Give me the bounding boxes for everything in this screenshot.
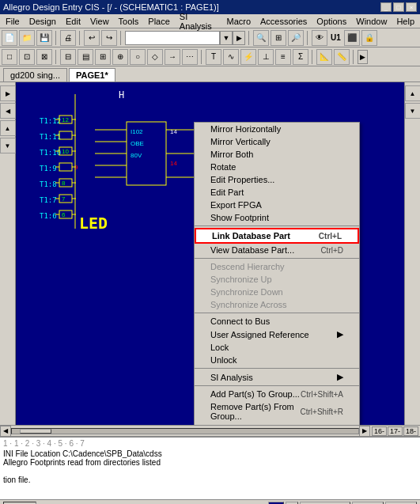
save-button[interactable]: 💾 [36,30,52,46]
menu-window[interactable]: Window [352,16,391,27]
maximize-button[interactable]: □ [393,2,404,12]
t2-btn17[interactable]: Σ [293,49,308,65]
svg-text:14: 14 [170,160,177,167]
cm-connect-bus[interactable]: Connect to Bus [195,315,359,328]
open-button[interactable]: 📁 [19,30,35,46]
menu-accessories[interactable]: Accessories [256,16,311,27]
cm-export-fpga[interactable]: Export FPGA [195,199,359,211]
cm-mirror-v[interactable]: Mirror Vertically [195,135,359,148]
t2-btn3[interactable]: ⊠ [36,49,52,65]
menu-design[interactable]: Design [25,16,60,27]
cm-edit-part[interactable]: Edit Part [195,186,359,199]
cm-lock[interactable]: Lock [195,341,359,354]
bottom-panel-header: 1 · 1 · 2 · 3 · 4 · 5 · 6 · 7 [3,439,417,448]
label-u1: U1 [329,33,342,42]
minimize-button[interactable]: _ [380,2,392,12]
menu-options[interactable]: Options [312,16,350,27]
h-scrollbar[interactable]: ◀ ▶ 16- 17- 18- [0,425,420,436]
log-line4: tion file. [3,476,417,484]
status-bar: Ready ⊞ 🔍 电子元器件采购 搜索一下 ⊞ W ⊡ ▶ [0,499,420,504]
cm-mirror-both[interactable]: Mirror Both [195,148,359,161]
t2-btn16[interactable]: ≡ [275,49,291,65]
ls-btn4[interactable]: ▼ [0,138,16,153]
cm-link-database[interactable]: Link Database Part Ctrl+L [195,228,359,244]
t2-btn2[interactable]: ⊡ [19,49,35,65]
print-button[interactable]: 🖨 [60,30,76,46]
t2-btn5[interactable]: ▤ [78,49,93,65]
t2-btn4[interactable]: ⊟ [60,49,76,65]
t2-btn7[interactable]: ⊕ [112,49,128,65]
t2-btn13[interactable]: ∿ [223,49,239,65]
cm-mirror-h[interactable]: Mirror Horizontally [195,123,359,135]
cm-assign-power[interactable]: Assign Power Pins... [195,423,359,425]
extra-btn1[interactable]: ⬛ [344,30,360,46]
rs-btn2[interactable]: ▼ [405,103,421,119]
sep5 [307,31,308,45]
taskbar-app2[interactable]: 搜索一下 [352,502,384,505]
extra-btn2[interactable]: 🔒 [361,30,377,46]
t2-btn6[interactable]: ⊞ [95,49,111,65]
scroll-track-h[interactable] [11,428,359,434]
menu-si-analysis[interactable]: SI Analysis [176,11,221,32]
zoom-out-btn[interactable]: 🔎 [288,30,304,46]
redo-button[interactable]: ↪ [101,30,117,46]
ls-btn1[interactable]: ▶ [0,85,16,101]
ls-btn2[interactable]: ◀ [0,103,16,119]
zoom-fit-btn[interactable]: ⊞ [271,30,286,46]
undo-button[interactable]: ↩ [84,30,100,46]
svg-text:T1:11: T1:11 [40,133,61,141]
scroll-thumb-h[interactable] [20,429,51,434]
zoom-in-btn[interactable]: 🔍 [253,30,269,46]
cm-show-footprint[interactable]: Show Footprint [195,211,359,224]
right-sidebar: ▲ ▼ [404,82,420,425]
t2-btn12[interactable]: T [206,49,221,65]
cm-sync-up: Synchronize Up [195,273,359,286]
menu-file[interactable]: File [2,16,24,27]
cm-add-group[interactable]: Add Part(s) To Group... Ctrl+Shift+A [195,388,359,400]
search-dropdown[interactable]: ▼ [220,31,233,45]
taskbar-windows-icon[interactable]: ⊞ [268,502,284,505]
new-button[interactable]: 📄 [2,30,17,46]
t2-btn9[interactable]: ◇ [147,49,163,65]
menu-macro[interactable]: Macro [222,16,255,27]
menu-tools[interactable]: Tools [115,16,143,27]
cm-unlock[interactable]: Unlock [195,354,359,366]
svg-text:T1:8: T1:8 [40,180,57,188]
taskbar-search[interactable]: 🔍 [286,502,298,505]
menu-place[interactable]: Place [144,16,174,27]
t2-btn10[interactable]: → [165,49,180,65]
cm-si-analysis[interactable]: SI Analysis ▶ [195,370,359,384]
cm-user-ref[interactable]: User Assigned Reference ▶ [195,328,359,341]
menu-help[interactable]: Help [392,16,418,27]
scroll-left[interactable]: ◀ [0,426,11,437]
menu-edit[interactable]: Edit [62,16,85,27]
search-go[interactable]: ▶ [233,31,245,45]
cm-remove-group[interactable]: Remove Part(s) From Group... Ctrl+Shift+… [195,400,359,423]
t2-btn18[interactable]: 📐 [316,49,332,65]
t2-btn11[interactable]: ⋯ [182,49,198,65]
menu-view[interactable]: View [86,16,113,27]
tab-page1[interactable]: PAGE1* [69,68,115,81]
search-input[interactable] [125,31,220,45]
close-button[interactable]: × [406,2,417,12]
ls-btn3[interactable]: ▲ [0,120,16,136]
t2-btn14[interactable]: ⚡ [240,49,256,65]
sep4 [248,31,250,45]
svg-rect-17 [59,163,72,171]
title-buttons: _ □ × [380,2,417,12]
view-btn[interactable]: 👁 [312,30,327,46]
taskbar-app1[interactable]: 电子元器件采购 [300,502,350,505]
t2-btn1[interactable]: □ [2,49,17,65]
tab-gd200[interactable]: gd200 sing... [3,68,67,81]
cm-view-database[interactable]: View Database Part... Ctrl+D [195,244,359,256]
svg-text:6: 6 [62,211,66,218]
cm-rotate[interactable]: Rotate [195,161,359,173]
cm-sep1 [195,225,359,226]
scroll-right[interactable]: ▶ [359,426,370,437]
canvas-area[interactable]: H T1:12 12 T1:11 T1:10 [16,82,404,425]
t2-btn8[interactable]: ○ [130,49,146,65]
cm-edit-props[interactable]: Edit Properties... [195,173,359,186]
t2-btn19[interactable]: 📏 [334,49,350,65]
rs-btn1[interactable]: ▲ [405,85,421,101]
t2-btn15[interactable]: ⊥ [258,49,274,65]
